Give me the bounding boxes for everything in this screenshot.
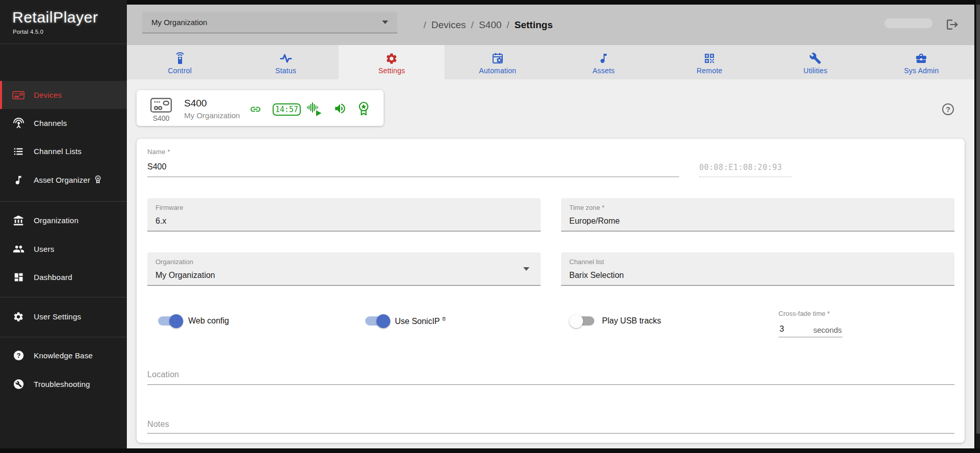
tab-label: Settings (378, 67, 405, 75)
divider (0, 337, 127, 337)
device-icon (149, 97, 173, 114)
device-summary-card: S400 S400 My Organization 14:57 (137, 90, 384, 126)
sidebar-item-label: Devices (34, 91, 62, 99)
tab-settings[interactable]: Settings (339, 45, 444, 79)
remote-control-icon (174, 52, 186, 65)
scrollbar[interactable] (974, 0, 980, 453)
name-field-underline (147, 177, 679, 177)
svg-text:?: ? (16, 352, 20, 359)
divider (0, 201, 127, 202)
sidebar-item-user-settings[interactable]: User Settings (0, 303, 127, 331)
sidebar-item-dashboard[interactable]: Dashboard (0, 263, 127, 291)
breadcrumb-item-s400[interactable]: S400 (479, 19, 501, 31)
crossfade-suffix: seconds (813, 326, 842, 334)
breadcrumb-separator: / (424, 19, 426, 31)
divider (0, 44, 127, 44)
channel-list-field[interactable]: Channel list Barix Selection (561, 252, 954, 286)
bottom-strip (0, 448, 980, 453)
web-config-toggle[interactable] (158, 316, 182, 326)
sidebar-item-label: User Settings (34, 312, 81, 321)
sidebar-item-label: Dashboard (34, 273, 72, 282)
device-organization: My Organization (184, 111, 240, 120)
timezone-label: Time zone * (569, 204, 605, 211)
notes-field-label: Notes (147, 420, 169, 429)
sidebar-item-devices[interactable]: Devices (0, 81, 127, 109)
organization-field[interactable]: Organization My Organization (147, 252, 541, 286)
people-icon (12, 243, 25, 255)
tab-label: Automation (479, 67, 517, 75)
wrench-icon (809, 52, 821, 65)
device-settings-form: Name * S400 00:08:E1:08:20:93 Firmware 6… (137, 139, 965, 443)
mac-address-field: 00:08:E1:08:20:93 (699, 163, 782, 172)
speaker-icon (331, 102, 349, 117)
award-badge-icon (94, 175, 102, 185)
tab-label: Assets (592, 67, 614, 75)
top-bar: My Organization / Devices / S400 / Setti… (127, 5, 974, 45)
dashboard-icon (12, 271, 25, 284)
channel-list-value: Barix Selection (569, 271, 624, 280)
sidebar-item-asset-organizer[interactable]: Asset Organizer (0, 166, 127, 194)
name-field-label: Name * (147, 148, 170, 156)
user-badge[interactable] (884, 18, 932, 28)
scrollbar-thumb[interactable] (976, 5, 980, 434)
app-logo: RetailPlayer (12, 9, 98, 26)
tab-sys-admin[interactable]: Sys Admin (868, 45, 974, 79)
device-tab-bar: Control Status Settings Automation Asset… (127, 45, 974, 79)
help-icon[interactable]: ? (942, 103, 954, 115)
organization-value: My Organization (155, 271, 215, 280)
location-field-underline[interactable] (147, 384, 954, 385)
organization-select-value: My Organization (151, 18, 207, 27)
sidebar-item-channels[interactable]: Channels (0, 109, 127, 137)
sidebar-item-label: Users (34, 245, 54, 253)
tab-assets[interactable]: Assets (551, 45, 657, 79)
mac-field-underline (699, 177, 791, 177)
logout-icon[interactable] (946, 18, 959, 31)
content-area: S400 S400 My Organization 14:57 ? Name *… (127, 79, 974, 448)
sidebar-item-label: Asset Organizer (34, 176, 91, 184)
sidebar-item-troubleshooting[interactable]: Troubleshooting (0, 370, 127, 398)
timezone-field[interactable]: Time zone * Europe/Rome (561, 198, 954, 231)
location-field-label: Location (147, 370, 179, 379)
tab-label: Utilities (804, 67, 828, 75)
tab-label: Remote (697, 67, 722, 75)
sidebar-item-users[interactable]: Users (0, 235, 127, 263)
device-time: 14:57 (275, 105, 298, 114)
sidebar-item-knowledge-base[interactable]: ? Knowledge Base (0, 341, 127, 370)
qr-code-icon (703, 52, 716, 65)
tab-utilities[interactable]: Utilities (763, 45, 868, 79)
usb-tracks-toggle[interactable] (570, 316, 594, 326)
sidebar-item-organization[interactable]: Organization (0, 206, 127, 234)
calendar-gear-icon (492, 52, 504, 65)
sonic-ip-label-text: Use SonicIP (395, 317, 440, 326)
breadcrumb: / Devices / S400 / Settings (418, 5, 553, 45)
crossfade-value[interactable]: 3 (779, 325, 784, 334)
sidebar-item-channel-lists[interactable]: Channel Lists (0, 137, 127, 165)
tab-label: Control (168, 67, 192, 75)
audio-wave-play-icon (307, 102, 325, 119)
tab-remote[interactable]: Remote (657, 45, 763, 79)
chevron-down-icon (382, 20, 388, 24)
gear-icon (385, 52, 398, 65)
sonic-ip-toggle[interactable] (365, 316, 389, 326)
divider (0, 297, 127, 297)
firmware-label: Firmware (155, 204, 183, 211)
channel-list-label: Channel list (569, 258, 604, 266)
breadcrumb-item-devices[interactable]: Devices (431, 19, 466, 31)
organization-select[interactable]: My Organization (142, 12, 397, 33)
usb-tracks-label: Play USB tracks (602, 316, 661, 326)
registered-trademark-symbol: ® (442, 316, 446, 322)
device-title: S400 (184, 98, 207, 109)
sonic-ip-label: Use SonicIP ® (395, 316, 446, 326)
music-note-icon (12, 174, 25, 186)
app-version: Portal 4.5.0 (13, 29, 43, 35)
notes-field-underline[interactable] (147, 433, 954, 434)
antenna-icon (12, 117, 25, 130)
tab-status[interactable]: Status (233, 45, 339, 79)
breadcrumb-item-settings: Settings (515, 19, 553, 31)
tab-control[interactable]: Control (127, 45, 233, 79)
bank-icon (12, 214, 25, 227)
name-field-value[interactable]: S400 (147, 162, 166, 171)
gear-icon (12, 311, 25, 323)
tab-automation[interactable]: Automation (444, 45, 550, 79)
organization-label: Organization (155, 258, 193, 266)
